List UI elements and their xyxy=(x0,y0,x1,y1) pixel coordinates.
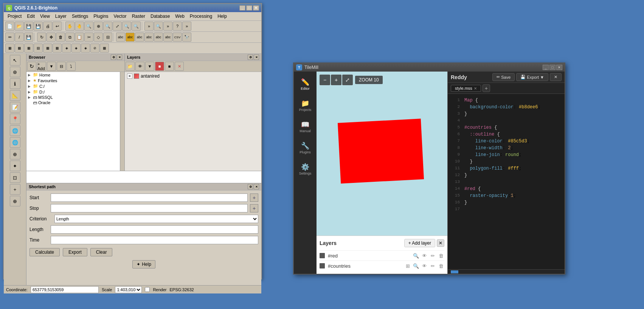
menu-project[interactable]: Project xyxy=(5,13,24,20)
annotate-tool-btn[interactable]: 📝 xyxy=(10,102,20,112)
save-project-btn[interactable]: 💾 xyxy=(24,22,33,31)
rotate-btn[interactable]: ↻ xyxy=(37,33,46,42)
tilemill-map[interactable]: − + ⤢ ZOOM 10 Layers + Add layer ✕ xyxy=(317,72,447,274)
editor-save-btn[interactable]: ✏ Save xyxy=(492,73,515,81)
plugin4-tool-btn[interactable]: + xyxy=(10,184,20,195)
adv6-btn[interactable]: ▦ xyxy=(53,44,62,53)
editor-add-tab-btn[interactable]: + xyxy=(483,84,490,92)
pan2-btn[interactable]: 🤚 xyxy=(75,22,84,31)
tree-item-c[interactable]: ▶ 📁 C:/ xyxy=(26,83,120,89)
label2-btn[interactable]: abc xyxy=(126,33,135,42)
tree-item-oracle[interactable]: 🗃 Oracle xyxy=(26,100,120,105)
adv9-btn[interactable]: ◈ xyxy=(81,44,90,53)
tm-layer-eye-btn-countries[interactable]: 👁 xyxy=(421,262,428,269)
tm-layer-delete-btn-countries[interactable]: 🗑 xyxy=(438,262,444,269)
browser-scrollbar[interactable] xyxy=(120,72,124,171)
coordinate-input[interactable] xyxy=(31,286,99,293)
tilemill-minimize-btn[interactable]: _ xyxy=(543,65,549,70)
close-button[interactable]: ✕ xyxy=(253,5,259,11)
browser-panel-close[interactable]: ✕ xyxy=(117,55,122,60)
sp-stop-add-btn[interactable]: + xyxy=(250,204,258,212)
pencil-btn[interactable]: ✏ xyxy=(5,33,14,42)
sp-panel-close[interactable]: ✕ xyxy=(254,184,259,189)
browser-filter-btn[interactable]: ▼ xyxy=(47,62,56,71)
csv-btn[interactable]: CSV xyxy=(173,33,182,42)
tm-layer-zoom-btn-countries[interactable]: 🔍 xyxy=(413,262,419,269)
adv3-btn[interactable]: ▦ xyxy=(24,44,33,53)
sp-start-input[interactable] xyxy=(51,194,248,202)
adv11-btn[interactable]: ▦ xyxy=(100,44,109,53)
tm-layer-delete-btn-red[interactable]: 🗑 xyxy=(438,252,444,259)
zoom-select-btn[interactable]: 🔍 xyxy=(122,22,131,31)
tree-item-d[interactable]: ▶ 📁 D:/ xyxy=(26,89,120,95)
sp-stop-input[interactable] xyxy=(51,204,248,212)
tree-item-home[interactable]: ▶ 📁 Home xyxy=(26,72,120,78)
new-project-btn[interactable]: 📄 xyxy=(5,22,14,31)
sp-start-add-btn[interactable]: + xyxy=(250,194,258,202)
layers-toggle-btn[interactable]: 👁 xyxy=(135,62,144,71)
plugin3-tool-btn[interactable]: ⊡ xyxy=(10,172,20,183)
sp-time-input[interactable] xyxy=(51,236,258,244)
menu-help[interactable]: Help xyxy=(215,13,229,20)
maximize-button[interactable]: □ xyxy=(246,5,252,11)
adv10-btn[interactable]: ⊘ xyxy=(90,44,99,53)
menu-layer[interactable]: Layer xyxy=(53,13,69,20)
menu-processing[interactable]: Processing xyxy=(188,13,214,20)
move-btn[interactable]: ✥ xyxy=(47,33,56,42)
help2-toolbar-btn[interactable]: » xyxy=(182,22,191,31)
tm-layer-eye-btn-red[interactable]: 👁 xyxy=(421,252,428,259)
sp-calculate-btn[interactable]: Calculate xyxy=(29,248,60,256)
zoom-extent-btn[interactable]: ⤢ xyxy=(113,22,122,31)
menu-view[interactable]: View xyxy=(38,13,52,20)
globe-tool-btn[interactable]: 🌐 xyxy=(10,125,20,136)
layers-panel-close[interactable]: ✕ xyxy=(254,55,259,60)
sp-panel-settings[interactable]: ⚙ xyxy=(248,184,253,189)
help-toolbar-btn[interactable]: ? xyxy=(173,22,182,31)
menu-plugins[interactable]: Plugins xyxy=(91,13,110,20)
tab-close-icon[interactable]: ✕ xyxy=(474,86,477,91)
menu-database[interactable]: Database xyxy=(148,13,172,20)
sp-export-btn[interactable]: Export xyxy=(63,248,87,256)
globe2-tool-btn[interactable]: 🌐 xyxy=(10,137,20,148)
adv8-btn[interactable]: ◈ xyxy=(71,44,81,53)
scale-select[interactable]: 1:403,010 xyxy=(115,286,142,293)
adv5-btn[interactable]: ▦ xyxy=(43,44,52,53)
sp-clear-btn[interactable]: Clear xyxy=(90,248,113,256)
layers-panel-settings[interactable]: ⚙ xyxy=(248,55,253,60)
identify-btn[interactable]: 🔍 xyxy=(154,22,163,31)
editor-settings-btn[interactable]: ✕ xyxy=(550,73,562,81)
info-tool-btn[interactable]: ℹ xyxy=(10,78,20,89)
browser-panel-settings[interactable]: ⚙ xyxy=(111,55,116,60)
sp-help-btn[interactable]: ✦ Help xyxy=(132,260,155,268)
sidebar-item-manual[interactable]: 📖 Manual xyxy=(295,117,315,137)
map-canvas[interactable] xyxy=(26,171,261,183)
tm-layer-edit-btn-red[interactable]: ✏ xyxy=(429,252,436,259)
paste-btn[interactable]: 📋 xyxy=(75,33,84,42)
sidebar-item-editor[interactable]: ✏️ Editor xyxy=(295,75,315,94)
split-btn[interactable]: ✂ xyxy=(84,33,93,42)
adv2-btn[interactable]: ▦ xyxy=(15,44,24,53)
zoom-layer-btn[interactable]: 🔍 xyxy=(132,22,141,31)
label4-btn[interactable]: abc xyxy=(144,33,154,42)
more2-btn[interactable]: » xyxy=(163,22,172,31)
more-btn[interactable]: » xyxy=(144,22,154,31)
browser-add-btn[interactable]: + Add xyxy=(37,62,46,71)
delete-btn[interactable]: 🗑 xyxy=(56,33,65,42)
binoculars-btn[interactable]: 🔭 xyxy=(182,33,191,42)
sp-criterion-select[interactable]: Length xyxy=(54,215,258,223)
tm-add-layer-btn[interactable]: + Add layer xyxy=(404,239,435,247)
plugin2-tool-btn[interactable]: ✦ xyxy=(10,161,20,171)
save-edit-btn[interactable]: 💾 xyxy=(24,33,33,42)
browser-collapse-btn[interactable]: ⊟ xyxy=(57,62,66,71)
save-as-btn[interactable]: 💾 xyxy=(34,22,43,31)
plugin5-tool-btn[interactable]: ⊕ xyxy=(10,196,20,206)
tm-layer-edit-btn-countries[interactable]: ✏ xyxy=(429,262,436,269)
editor-tab-style[interactable]: style.mss ✕ xyxy=(451,85,481,92)
tree-item-favourites[interactable]: ▶ ★ Favourites xyxy=(26,78,120,83)
adv7-btn[interactable]: ◈ xyxy=(62,44,71,53)
menu-vector[interactable]: Vector xyxy=(112,13,129,20)
layers-expand-btn[interactable]: ■ xyxy=(155,62,164,71)
sidebar-item-projects[interactable]: 📁 Projects xyxy=(295,96,315,115)
menu-raster[interactable]: Raster xyxy=(130,13,147,20)
adv1-btn[interactable]: ▦ xyxy=(5,44,14,53)
